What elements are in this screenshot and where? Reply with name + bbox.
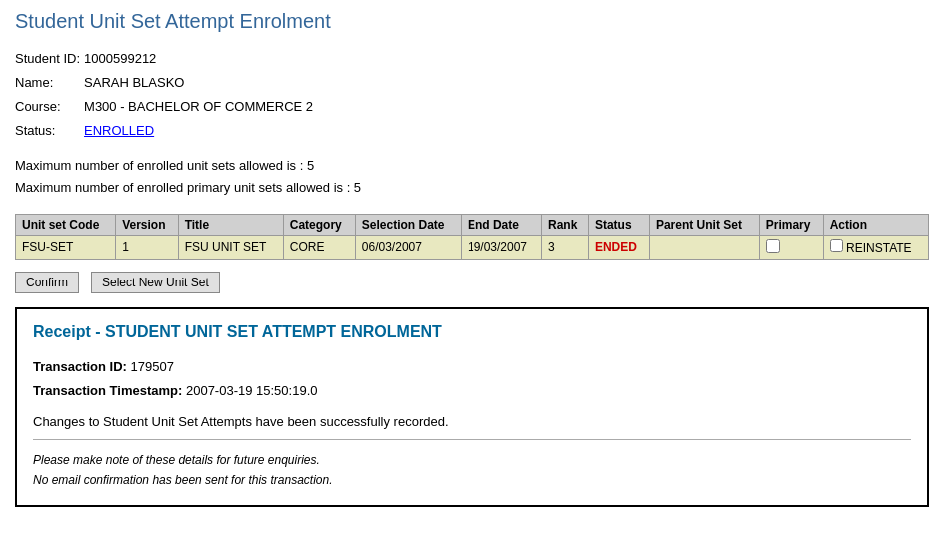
student-course-value: M300 - BACHELOR OF COMMERCE 2 [84, 95, 317, 119]
col-title: Title [178, 214, 283, 235]
student-status-label: Status: [15, 119, 84, 143]
transaction-id-label: Transaction ID: [33, 359, 127, 374]
receipt-title: Receipt - STUDENT UNIT SET ATTEMPT ENROL… [33, 323, 911, 341]
student-id-label: Student ID: [15, 47, 84, 71]
cell-action: REINSTATE [823, 235, 928, 259]
cell-selection-date: 06/03/2007 [355, 235, 461, 259]
student-status-link[interactable]: ENROLLED [84, 123, 154, 138]
status-badge: ENDED [595, 240, 637, 254]
cell-unit-set-code: FSU-SET [16, 235, 116, 259]
max-info-line2: Maximum number of enrolled primary unit … [15, 177, 929, 199]
col-parent-unit-set: Parent Unit Set [649, 214, 759, 235]
table-row: FSU-SET 1 FSU UNIT SET CORE 06/03/2007 1… [16, 235, 929, 259]
col-status: Status [588, 214, 649, 235]
receipt-info: Transaction ID: 179507 Transaction Times… [33, 355, 911, 404]
cell-version: 1 [116, 235, 178, 259]
col-unit-set-code: Unit set Code [16, 214, 116, 235]
primary-checkbox[interactable] [766, 239, 780, 253]
transaction-id-value: 179507 [131, 359, 174, 374]
student-course-label: Course: [15, 95, 84, 119]
timestamp-row: Transaction Timestamp: 2007-03-19 15:50:… [33, 379, 911, 404]
receipt-note-line1: Please make note of these details for fu… [33, 450, 911, 470]
col-selection-date: Selection Date [355, 214, 461, 235]
cell-end-date: 19/03/2007 [461, 235, 541, 259]
max-info-line1: Maximum number of enrolled unit sets all… [15, 155, 929, 177]
receipt-message: Changes to Student Unit Set Attempts hav… [33, 414, 911, 429]
cell-category: CORE [283, 235, 355, 259]
receipt-note: Please make note of these details for fu… [33, 450, 911, 491]
col-primary: Primary [759, 214, 823, 235]
student-info: Student ID: 1000599212 Name: SARAH BLASK… [15, 47, 929, 143]
cell-status: ENDED [588, 235, 649, 259]
receipt-note-line2: No email confirmation has been sent for … [33, 470, 911, 490]
confirm-button[interactable]: Confirm [15, 272, 79, 293]
timestamp-value: 2007-03-19 15:50:19.0 [186, 383, 318, 398]
max-info: Maximum number of enrolled unit sets all… [15, 155, 929, 199]
cell-title: FSU UNIT SET [178, 235, 283, 259]
button-row: Confirm Select New Unit Set [15, 272, 929, 293]
col-rank: Rank [541, 214, 588, 235]
select-new-unit-set-button[interactable]: Select New Unit Set [91, 272, 220, 293]
col-action: Action [823, 214, 928, 235]
reinstate-label: REINSTATE [846, 241, 912, 255]
cell-parent-unit-set [649, 235, 759, 259]
student-id-value: 1000599212 [84, 47, 317, 71]
reinstate-checkbox[interactable] [830, 239, 843, 252]
page-title: Student Unit Set Attempt Enrolment [15, 10, 929, 33]
timestamp-label: Transaction Timestamp: [33, 383, 182, 398]
transaction-id-row: Transaction ID: 179507 [33, 355, 911, 380]
col-version: Version [116, 214, 178, 235]
col-category: Category [283, 214, 355, 235]
receipt-box: Receipt - STUDENT UNIT SET ATTEMPT ENROL… [15, 307, 929, 507]
cell-rank: 3 [541, 235, 588, 259]
unit-set-table: Unit set Code Version Title Category Sel… [15, 214, 929, 260]
col-end-date: End Date [461, 214, 541, 235]
cell-primary [759, 235, 823, 259]
student-name-label: Name: [15, 71, 84, 95]
student-name-value: SARAH BLASKO [84, 71, 317, 95]
receipt-divider [33, 439, 911, 440]
